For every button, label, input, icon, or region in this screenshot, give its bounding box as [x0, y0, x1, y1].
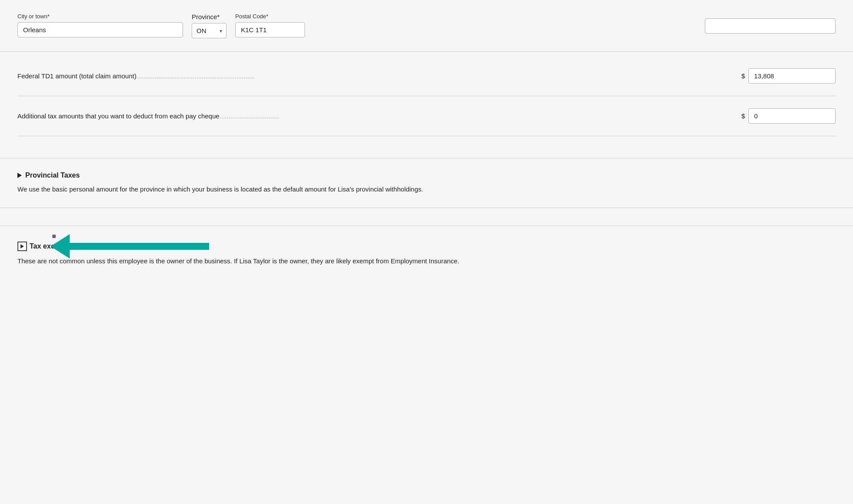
province-select-wrapper: ON AB BC MB NB NL NS PE QC SK: [192, 23, 227, 38]
additional-tax-dollar: $: [741, 112, 745, 120]
federal-td1-dollar: $: [741, 72, 745, 80]
additional-tax-label: Additional tax amounts that you want to …: [17, 112, 741, 120]
federal-td1-input[interactable]: [748, 68, 836, 84]
tax-fields-section: Federal TD1 amount (total claim amount).…: [0, 52, 853, 141]
address-fields: City or town* Province* ON AB BC MB NB N…: [17, 13, 705, 38]
tax-exemptions-header: Tax exemptions: [17, 242, 836, 251]
federal-td1-label-text: Federal TD1 amount (total claim amount): [17, 72, 136, 80]
federal-td1-input-group: $: [741, 68, 836, 84]
province-select[interactable]: ON AB BC MB NB NL NS PE QC SK: [192, 23, 227, 38]
tax-exemptions-section: Tax exemptions These are not common unle…: [0, 225, 853, 284]
additional-tax-row: Additional tax amounts that you want to …: [17, 96, 836, 136]
provincial-taxes-title: Provincial Taxes: [25, 171, 80, 179]
section-gap-1: [0, 141, 853, 158]
federal-td1-row: Federal TD1 amount (total claim amount).…: [17, 56, 836, 96]
provincial-taxes-header: Provincial Taxes: [17, 171, 836, 179]
city-label: City or town*: [17, 13, 183, 20]
province-label: Province*: [192, 13, 227, 20]
additional-tax-dots: .................................: [220, 112, 280, 120]
section-gap-2: [0, 208, 853, 225]
additional-tax-input[interactable]: [748, 108, 836, 124]
provincial-taxes-section: Provincial Taxes We use the basic person…: [0, 158, 853, 208]
postal-group: Postal Code*: [235, 13, 305, 37]
postal-input[interactable]: [235, 22, 305, 37]
city-input[interactable]: [17, 22, 183, 37]
arrow-body: [70, 243, 209, 250]
arrow-annotation: [70, 243, 209, 250]
tax-exemptions-description: These are not common unless this employe…: [17, 256, 836, 266]
right-input-box: [705, 18, 836, 34]
postal-label: Postal Code*: [235, 13, 305, 20]
federal-td1-label: Federal TD1 amount (total claim amount).…: [17, 72, 741, 80]
tax-exemptions-toggle[interactable]: [17, 242, 27, 251]
province-group: Province* ON AB BC MB NB NL NS PE QC SK: [192, 13, 227, 38]
address-section: City or town* Province* ON AB BC MB NB N…: [0, 0, 853, 52]
arrow-head: [51, 234, 70, 259]
tax-exemptions-toggle-icon: [20, 244, 24, 249]
provincial-taxes-description: We use the basic personal amount for the…: [17, 185, 836, 195]
city-group: City or town*: [17, 13, 183, 37]
page-container: City or town* Province* ON AB BC MB NB N…: [0, 0, 853, 504]
right-extra-input[interactable]: [705, 18, 836, 34]
additional-tax-input-group: $: [741, 108, 836, 124]
additional-tax-label-text: Additional tax amounts that you want to …: [17, 112, 220, 120]
federal-td1-dots: ........................................…: [136, 72, 254, 80]
provincial-taxes-expand-icon[interactable]: [17, 173, 22, 178]
